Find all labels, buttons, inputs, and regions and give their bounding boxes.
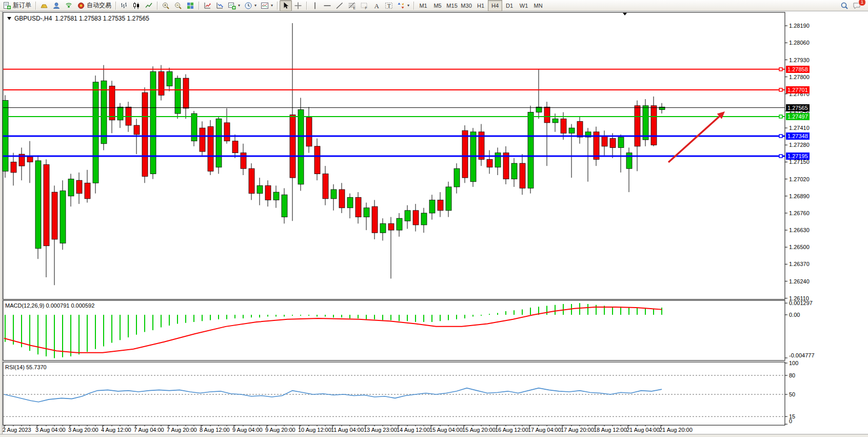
price-badge-1.27701: 1.27701 [786, 86, 810, 93]
gold-button[interactable] [38, 0, 50, 11]
trendline-tool-button[interactable] [333, 0, 346, 11]
timeframe-d1-button[interactable]: D1 [502, 0, 517, 11]
vline-tool-button[interactable] [309, 0, 321, 11]
macd-values: 0.000791 0.000592 [46, 302, 94, 309]
grid-f-icon: F [360, 2, 368, 10]
timeframe-m30-button[interactable]: M30 [459, 0, 474, 11]
rsi-tick-label: 80 [789, 372, 795, 378]
price-tick-label: 1.27150 [789, 159, 810, 165]
zoom-out-button[interactable] [172, 0, 184, 11]
hline-tool-button[interactable] [321, 0, 333, 11]
timeframe-m15-button[interactable]: M15 [445, 0, 459, 11]
indicator-down-icon [215, 2, 224, 10]
price-tick-label: 1.26630 [789, 227, 810, 233]
label-t-icon: T [385, 2, 393, 10]
text-tool-button[interactable]: A [370, 0, 383, 11]
rsi-panel [3, 362, 785, 425]
community-button[interactable] [50, 0, 63, 11]
crosshair-icon [294, 2, 302, 10]
zoom-in-icon [162, 2, 170, 10]
toolbar-separator [115, 2, 116, 10]
template-button[interactable]: ▾ [259, 0, 275, 11]
indicator-list-button[interactable] [201, 0, 213, 11]
shapes-icon [397, 2, 405, 10]
arrows-tool-button[interactable]: ▾ [395, 0, 411, 11]
timeframe-m1-button[interactable]: M1 [416, 0, 430, 11]
timeframe-h4-button[interactable]: H4 [488, 0, 502, 11]
price-tick-label: 1.28060 [789, 40, 810, 46]
dropdown-caret-icon[interactable]: ▾ [271, 3, 273, 8]
new-chart-button[interactable]: ▾ [226, 0, 242, 11]
window-bottom-edge [0, 434, 868, 437]
dropdown-caret-icon[interactable]: ▾ [254, 3, 257, 8]
chart-canvas[interactable] [0, 0, 868, 437]
price-tick-label: 1.26760 [789, 210, 810, 216]
svg-text:A: A [374, 2, 380, 9]
new-order-button-label: 新订单 [13, 1, 31, 10]
toolbar-separator [157, 2, 157, 10]
rsi-label: RSI(14) 55.7370 [5, 364, 47, 370]
toolbar-separator [413, 2, 414, 10]
fibonacci-tool-button[interactable]: E [346, 0, 358, 11]
label-tool-button[interactable]: T [383, 0, 395, 11]
toolbar: 新订单自动交易▾▾▾EFAT▾M1M5M15M30H1H4D1W1MN1 [0, 0, 868, 11]
zoom-out-icon [174, 2, 182, 10]
price-tick-label: 1.27410 [789, 125, 810, 131]
new-order-icon [3, 2, 11, 10]
timeframe-h1-button[interactable]: H1 [474, 0, 488, 11]
price-tick-label: 1.27930 [789, 57, 810, 63]
period-button[interactable]: ▾ [242, 0, 259, 11]
crosshair-button[interactable] [292, 0, 304, 11]
indicator-add-button[interactable] [213, 0, 226, 11]
signal-button[interactable] [63, 0, 75, 11]
macd-label: MACD(12,26,9) 0.000791 0.000592 [5, 302, 94, 309]
date-label: 3 Aug 20:00 [68, 427, 98, 433]
tile-windows-button[interactable] [184, 0, 196, 11]
candle-chart-button[interactable] [130, 0, 143, 11]
cursor-button[interactable] [280, 0, 292, 11]
dropdown-caret-icon[interactable]: ▾ [407, 3, 409, 8]
date-label: 14 Aug 12:00 [397, 427, 430, 433]
date-label: 11 Aug 04:00 [331, 427, 364, 433]
text-a-icon: A [372, 2, 381, 10]
notification-badge: 1 [858, 0, 866, 6]
cursor-icon [282, 2, 290, 10]
symbol-dropdown-icon[interactable] [7, 17, 11, 20]
date-label: 2 Aug 2023 [3, 427, 31, 433]
dropdown-caret-icon[interactable]: ▾ [238, 3, 240, 8]
price-tick-label: 1.27280 [789, 142, 810, 148]
timeframe-mn-button[interactable]: MN [531, 0, 545, 11]
search-button[interactable] [838, 0, 851, 11]
notifications-button[interactable]: 1 [851, 0, 863, 11]
gold-icon [40, 2, 48, 10]
channel-tool-button[interactable]: F [358, 0, 370, 11]
zoom-in-button[interactable] [160, 0, 172, 11]
price-badge-1.27858: 1.27858 [786, 66, 810, 73]
line-chart-button[interactable] [143, 0, 155, 11]
svg-text:T: T [387, 3, 391, 9]
date-label: 4 Aug 12:00 [101, 427, 131, 433]
vline-icon [311, 2, 319, 10]
date-label: 9 Aug 04:00 [232, 427, 263, 433]
bar-chart-icon [120, 2, 128, 10]
price-badge-1.27195: 1.27195 [786, 153, 810, 160]
tile-windows-icon [186, 2, 194, 10]
macd-name: MACD(12,26,9) [5, 302, 44, 309]
toolbar-separator [306, 2, 307, 10]
timeframe-w1-button[interactable]: W1 [517, 0, 531, 11]
new-order-button[interactable]: 新订单 [1, 0, 33, 11]
date-label: 7 Aug 20:00 [167, 427, 197, 433]
date-label: 10 Aug 12:00 [298, 427, 331, 433]
autotrade-button[interactable]: 自动交易 [75, 0, 113, 11]
price-tick-label: 1.26370 [789, 261, 810, 267]
bar-chart-button[interactable] [118, 0, 130, 11]
autotrade-icon [77, 2, 85, 10]
date-label: 21 Aug 04:00 [626, 427, 660, 433]
rsi-tick-label: 100 [789, 360, 798, 366]
community-icon [52, 2, 61, 10]
timeframe-m5-button[interactable]: M5 [430, 0, 445, 11]
date-label: 16 Aug 12:00 [495, 427, 528, 433]
clock-icon [244, 2, 252, 10]
search-icon [840, 2, 849, 10]
fibo-icon: E [348, 2, 356, 10]
